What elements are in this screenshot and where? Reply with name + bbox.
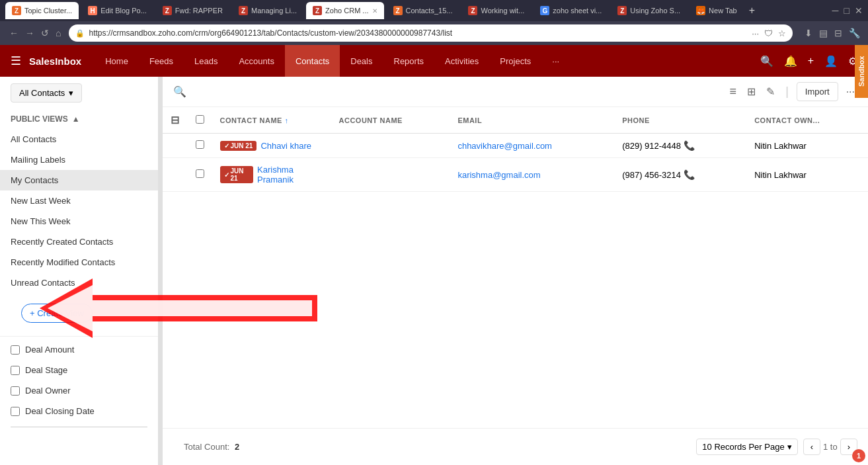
nav-item-activities[interactable]: Activities	[434, 45, 489, 77]
tab-fwd-rapper[interactable]: Z Fwd: RAPPER	[156, 2, 229, 19]
deal-closing-date-checkbox[interactable]	[11, 407, 20, 416]
select-all-checkbox[interactable]	[196, 115, 204, 124]
star-icon[interactable]: ☆	[778, 28, 786, 38]
all-contacts-dropdown[interactable]: All Contacts ▾	[11, 83, 82, 103]
back-button[interactable]: ←	[8, 26, 20, 40]
nav-item-leads[interactable]: Leads	[184, 45, 228, 77]
row2-checkbox[interactable]	[196, 169, 204, 178]
toolbar-divider: |	[785, 85, 789, 99]
sidebar-item-all-contacts[interactable]: All Contacts	[0, 129, 158, 149]
table-footer: Total Count: 2 10 Records Per Page ▾ ‹ 1…	[163, 428, 868, 465]
contacts-table: ⊟ CONTACT NAME ↑ ACCOUNT NAME EMAIL PHON…	[163, 107, 868, 192]
search-icon[interactable]: 🔍	[760, 55, 773, 67]
tab-using-zoho[interactable]: Z Using Zoho S...	[611, 2, 687, 19]
profile-icon[interactable]: 👤	[824, 55, 838, 67]
columns-view-icon[interactable]: ⊞	[744, 83, 758, 101]
tab-zoho-sheet[interactable]: G zoho sheet vi...	[533, 2, 608, 19]
new-tab-button[interactable]: +	[749, 5, 755, 17]
maximize-button[interactable]: □	[844, 5, 849, 16]
row2-phone-icon[interactable]: 📞	[684, 169, 695, 180]
tab-contacts[interactable]: Z Contacts_15...	[387, 2, 459, 19]
row1-email: chhavikhare@gmail.com	[450, 134, 614, 158]
notification-badge: 1	[852, 449, 865, 462]
nav-item-accounts[interactable]: Accounts	[228, 45, 284, 77]
bell-icon[interactable]: 🔔	[784, 55, 797, 67]
sidebar-label-unread: Unread Contacts	[11, 278, 75, 288]
deal-amount-checkbox[interactable]	[11, 345, 20, 355]
filter-deal-amount[interactable]: Deal Amount	[0, 339, 158, 360]
nav-item-reports[interactable]: Reports	[383, 45, 435, 77]
tab-working[interactable]: Z Working wit...	[461, 2, 531, 19]
list-view-icon[interactable]: ≡	[727, 82, 740, 101]
page-navigation: ‹ 1 to ›	[803, 439, 857, 455]
nav-item-feeds[interactable]: Feeds	[139, 45, 184, 77]
tab-label-topic: Topic Cluster...	[24, 7, 72, 15]
sidebar-item-mailing-labels[interactable]: Mailing Labels	[0, 149, 158, 170]
refresh-button[interactable]: ↺	[40, 26, 50, 40]
home-button[interactable]: ⌂	[54, 26, 62, 40]
records-per-page-selector[interactable]: 10 Records Per Page ▾	[696, 439, 797, 455]
nav-item-more[interactable]: ···	[541, 45, 570, 77]
nav-item-projects[interactable]: Projects	[489, 45, 541, 77]
close-button[interactable]: ✕	[855, 5, 863, 16]
sync-icon[interactable]: ⊟	[834, 28, 842, 38]
tab-edit-blog[interactable]: H Edit Blog Po...	[81, 2, 153, 19]
shield-icon[interactable]: 🛡	[764, 28, 773, 38]
more-icon[interactable]: ···	[752, 28, 759, 38]
url-actions: ··· 🛡 ☆	[752, 28, 786, 38]
sidebar-item-unread[interactable]: Unread Contacts	[0, 273, 158, 293]
filter-deal-owner[interactable]: Deal Owner	[0, 380, 158, 401]
row2-date-badge: JUN 21	[220, 166, 254, 183]
search-icon-content[interactable]: 🔍	[173, 85, 186, 98]
create-view-button[interactable]: + Create View	[21, 304, 93, 323]
row2-checkbox-cell	[188, 158, 212, 192]
tab-new-tab[interactable]: 🦊 New Tab	[690, 2, 744, 19]
sidebar-item-recently-modified[interactable]: Recently Modified Contacts	[0, 252, 158, 273]
row2-contact-link[interactable]: Karishma Pramanik	[257, 165, 323, 185]
content-area: 🔍 ≡ ⊞ ✎ | Import ··· ⊟	[163, 77, 868, 465]
nav-brand: SalesInbox	[29, 56, 81, 67]
tools-icon[interactable]: 🔧	[849, 28, 860, 38]
import-button[interactable]: Import	[797, 82, 838, 101]
row2-account-name	[331, 158, 450, 192]
download-icon[interactable]: ⬇	[805, 28, 812, 38]
prev-page-button[interactable]: ‹	[803, 439, 820, 455]
library-icon[interactable]: ▤	[819, 28, 828, 38]
url-bar[interactable]: 🔒 https://crmsandbox.zoho.com/crm/org664…	[69, 24, 793, 42]
deal-stage-label: Deal Stage	[25, 365, 67, 375]
table-header-row: ⊟ CONTACT NAME ↑ ACCOUNT NAME EMAIL PHON…	[163, 107, 868, 134]
hamburger-menu[interactable]: ☰	[11, 54, 21, 68]
create-view-label: + Create View	[30, 308, 84, 318]
sidebar-item-recently-created[interactable]: Recently Created Contacts	[0, 232, 158, 252]
sidebar-item-my-contacts[interactable]: My Contacts	[0, 170, 158, 190]
edit-columns-icon[interactable]: ✎	[764, 83, 777, 101]
row1-phone-icon[interactable]: 📞	[684, 140, 695, 151]
table-view-icon[interactable]: ⊟	[171, 114, 180, 126]
sidebar-label-recently-created: Recently Created Contacts	[11, 237, 113, 247]
sidebar-label-all-contacts: All Contacts	[11, 134, 56, 144]
row1-contact-owner: Nitin Lakhwar	[746, 134, 868, 158]
filter-deal-stage[interactable]: Deal Stage	[0, 360, 158, 380]
deal-owner-checkbox[interactable]	[11, 386, 20, 396]
sidebar-item-new-last-week[interactable]: New Last Week	[0, 190, 158, 211]
minimize-button[interactable]: ─	[832, 5, 839, 16]
row2-email-link[interactable]: karishma@gmail.com	[457, 170, 540, 180]
row1-email-link[interactable]: chhavikhare@gmail.com	[457, 141, 552, 151]
nav-item-home[interactable]: Home	[95, 45, 139, 77]
add-icon[interactable]: +	[808, 55, 814, 67]
sidebar-header: All Contacts ▾	[0, 77, 158, 109]
nav-item-contacts[interactable]: Contacts	[285, 45, 340, 77]
sidebar-item-new-this-week[interactable]: New This Week	[0, 211, 158, 232]
nav-item-deals[interactable]: Deals	[340, 45, 383, 77]
tab-zoho-crm[interactable]: Z Zoho CRM ... ✕	[306, 2, 383, 19]
sort-icon[interactable]: ↑	[284, 116, 288, 124]
tab-managing[interactable]: Z Managing Li...	[232, 2, 303, 19]
forward-button[interactable]: →	[24, 26, 36, 40]
deal-stage-checkbox[interactable]	[11, 366, 20, 375]
row1-contact-link[interactable]: Chhavi khare	[260, 141, 311, 151]
tab-close-zoho-crm[interactable]: ✕	[372, 7, 377, 15]
row1-checkbox[interactable]	[196, 140, 204, 149]
section-collapse-icon[interactable]: ▲	[72, 114, 80, 124]
filter-deal-closing-date[interactable]: Deal Closing Date	[0, 401, 158, 421]
tab-topic-clusters[interactable]: Z Topic Cluster...	[5, 2, 79, 19]
